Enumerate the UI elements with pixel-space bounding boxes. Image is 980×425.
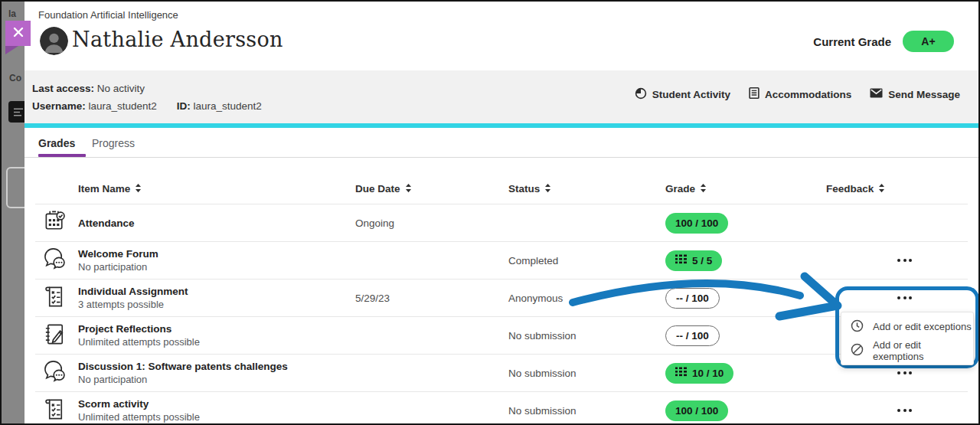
table-row: Project Reflections Unlimited attempts p… (35, 316, 968, 354)
status-cell: Completed (508, 255, 665, 266)
column-header-due-date[interactable]: Due Date (355, 183, 508, 195)
sort-icon (405, 183, 412, 195)
table-row: Individual Assignment 3 attempts possibl… (35, 279, 968, 316)
table-row: Scorm activity Unlimited attempts possib… (35, 391, 968, 425)
tab-grades[interactable]: Grades (38, 137, 75, 149)
item-subtitle: Unlimited attempts possible (78, 411, 355, 423)
tab-progress[interactable]: Progress (92, 137, 135, 149)
table-row: Discussion 1: Software patents challenge… (35, 354, 968, 391)
close-panel-button[interactable] (5, 21, 31, 46)
backdrop-text-fragment: Co (9, 73, 21, 83)
status-cell: No submission (508, 330, 665, 342)
grade-pill[interactable]: 10 / 10 (665, 363, 733, 384)
avatar (40, 27, 68, 55)
grades-table: Item Name Due Date Status Grade Feedback (35, 174, 968, 425)
item-name-link[interactable]: Individual Assignment (78, 286, 355, 297)
item-subtitle: No participation (78, 374, 355, 385)
student-activity-button[interactable]: Student Activity (635, 87, 730, 102)
column-header-item-name[interactable]: Item Name (75, 183, 355, 195)
status-cell: Anonymous (508, 293, 665, 304)
column-header-feedback[interactable]: Feedback (826, 183, 968, 195)
annotation-highlight-box: Add or edit exceptions Add or edit exemp… (835, 286, 979, 368)
row-options-menu-button[interactable] (894, 367, 915, 379)
grade-pill[interactable]: -- / 100 (665, 288, 720, 309)
assignment-checklist-icon (43, 397, 68, 425)
sort-icon (135, 183, 142, 195)
student-info-bar: Last access: No activity Username: laura… (24, 70, 978, 128)
discussion-icon (43, 359, 68, 387)
backdrop-text-fragment: la (8, 8, 16, 19)
row-options-context-menu: Add or edit exceptions Add or edit exemp… (841, 312, 974, 365)
grade-pill[interactable]: -- / 100 (665, 325, 720, 346)
item-name-link[interactable]: Attendance (78, 217, 355, 229)
discussion-icon (43, 247, 68, 275)
item-name-link[interactable]: Discussion 1: Software patents challenge… (78, 361, 355, 372)
close-icon (11, 25, 25, 41)
table-row: Attendance Ongoing 100 / 100 (35, 204, 968, 241)
grade-pill[interactable]: 100 / 100 (665, 213, 728, 234)
item-name-link[interactable]: Scorm activity (78, 398, 355, 410)
table-header-row: Item Name Due Date Status Grade Feedback (35, 174, 968, 204)
row-options-menu-button[interactable] (894, 254, 915, 266)
accommodations-button[interactable]: Accommodations (749, 87, 851, 102)
journal-pencil-icon (43, 322, 68, 350)
last-access: Last access: No activity (32, 83, 262, 94)
course-title: Foundation Artificial Intelligence (38, 9, 178, 21)
due-date-cell: Ongoing (355, 217, 508, 229)
dimmed-backdrop: la Co (2, 2, 24, 423)
clock-icon (851, 319, 864, 335)
menu-item-add-exemptions[interactable]: Add or edit exemptions (841, 338, 973, 362)
status-cell: No submission (508, 368, 665, 379)
send-message-button[interactable]: Send Message (870, 88, 960, 100)
tab-bar: Grades Progress (24, 128, 978, 158)
accommodations-document-icon (749, 87, 760, 102)
sort-icon (700, 183, 707, 195)
due-date-cell: 5/29/23 (355, 293, 508, 304)
rubric-grid-icon (675, 367, 687, 379)
prohibit-icon (851, 343, 864, 358)
sort-icon (878, 183, 885, 195)
menu-item-add-exceptions[interactable]: Add or edit exceptions (841, 315, 973, 338)
item-subtitle: No participation (78, 261, 355, 273)
attendance-calendar-icon (43, 209, 68, 237)
close-button-fold (5, 46, 18, 54)
item-subtitle: Unlimited attempts possible (78, 336, 355, 348)
activity-pie-icon (635, 87, 647, 102)
username-and-id: Username: laura_student2 ID: laura_stude… (32, 100, 262, 112)
student-name: Nathalie Andersson (72, 28, 283, 51)
current-grade-badge[interactable]: A+ (903, 31, 954, 52)
status-cell: No submission (508, 405, 665, 417)
column-header-status[interactable]: Status (508, 183, 665, 195)
envelope-icon (870, 88, 883, 100)
student-grades-overview: la Co Foundation Artificial Intelligence… (0, 0, 980, 425)
current-grade-label: Current Grade (813, 35, 891, 48)
rubric-grid-icon (675, 254, 687, 266)
grade-pill[interactable]: 5 / 5 (665, 250, 722, 271)
item-name-link[interactable]: Project Reflections (78, 323, 355, 335)
active-tab-underline (38, 154, 86, 157)
item-name-link[interactable]: Welcome Forum (78, 248, 355, 260)
row-options-menu-button[interactable] (894, 404, 915, 417)
sort-icon (544, 183, 551, 195)
column-header-grade[interactable]: Grade (665, 183, 826, 195)
item-subtitle: 3 attempts possible (78, 299, 355, 310)
grade-pill[interactable]: 100 / 100 (665, 400, 728, 421)
assignment-checklist-icon (43, 284, 68, 312)
table-row: Welcome Forum No participation Completed… (35, 241, 968, 279)
